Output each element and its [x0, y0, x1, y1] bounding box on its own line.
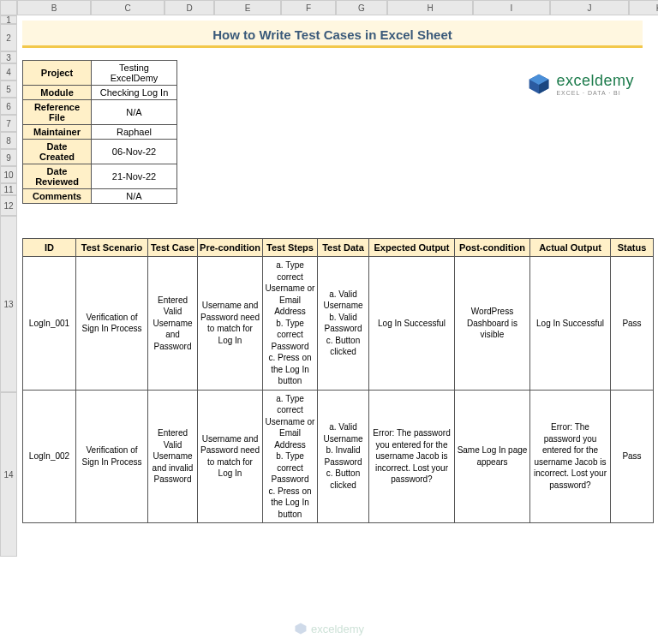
- row-header-11[interactable]: 11: [0, 183, 17, 195]
- row-header-5[interactable]: 5: [0, 80, 17, 98]
- row-header-8[interactable]: 8: [0, 132, 17, 149]
- table-row: LogIn_002Verification of Sign In Process…: [23, 390, 654, 523]
- meta-label: Project: [23, 61, 92, 86]
- meta-value[interactable]: 06-Nov-22: [92, 140, 177, 164]
- col-header-E[interactable]: E: [214, 0, 281, 15]
- th-pre-condition: Pre-condition: [198, 239, 263, 257]
- col-header-K[interactable]: K: [629, 0, 658, 15]
- meta-table: ProjectTesting ExcelDemyModuleChecking L…: [22, 60, 177, 204]
- logo-sub: EXCEL · DATA · BI: [556, 90, 634, 96]
- watermark: exceldemy: [294, 622, 364, 635]
- th-test-case: Test Case: [148, 239, 198, 257]
- col-header-F[interactable]: F: [281, 0, 336, 15]
- meta-label: Date Created: [23, 140, 92, 164]
- meta-label: Comments: [23, 189, 92, 204]
- col-header-H[interactable]: H: [387, 0, 473, 15]
- cell-scenario[interactable]: Verification of Sign In Process: [76, 257, 148, 391]
- cell-id[interactable]: LogIn_002: [23, 390, 76, 523]
- cell-expected[interactable]: Error: The password you entered for the …: [369, 390, 455, 523]
- th-test-data: Test Data: [318, 239, 369, 257]
- col-header-D[interactable]: D: [164, 0, 214, 15]
- logo-text: exceldemy: [556, 72, 634, 90]
- cell-data[interactable]: a. Valid Usernameb. Valid Passwordc. But…: [318, 257, 369, 391]
- cell-status[interactable]: Pass: [611, 390, 654, 523]
- meta-label: Date Reviewed: [23, 164, 92, 189]
- th-status: Status: [611, 239, 654, 257]
- col-header-J[interactable]: J: [550, 0, 629, 15]
- th-test-scenario: Test Scenario: [76, 239, 148, 257]
- row-header-12[interactable]: 12: [0, 195, 17, 216]
- row-header-9[interactable]: 9: [0, 149, 17, 166]
- col-header-I[interactable]: I: [473, 0, 550, 15]
- test-cases-table: IDTest ScenarioTest CasePre-conditionTes…: [22, 238, 654, 523]
- col-header-C[interactable]: C: [91, 0, 164, 15]
- cell-case[interactable]: Entered Valid Username and invalid Passw…: [148, 390, 198, 523]
- cell-actual[interactable]: Error: The password you entered for the …: [530, 390, 611, 523]
- cell-case[interactable]: Entered Valid Username and Password: [148, 257, 198, 391]
- th-post-condition: Post-condition: [455, 239, 530, 257]
- cell-steps[interactable]: a. Type correct Username or Email Addres…: [263, 390, 318, 523]
- meta-label: Maintainer: [23, 125, 92, 140]
- th-actual-output: Actual Output: [530, 239, 611, 257]
- cell-steps[interactable]: a. Type correct Username or Email Addres…: [263, 257, 318, 391]
- row-header-[interactable]: [0, 0, 17, 15]
- meta-value[interactable]: N/A: [92, 100, 177, 125]
- meta-value[interactable]: Raphael: [92, 125, 177, 140]
- cell-actual[interactable]: Log In Successful: [530, 257, 611, 391]
- meta-label: Module: [23, 86, 92, 100]
- cell-expected[interactable]: Log In Successful: [369, 257, 455, 391]
- th-id: ID: [23, 239, 76, 257]
- row-header-1[interactable]: 1: [0, 15, 17, 24]
- row-header-4[interactable]: 4: [0, 63, 17, 80]
- cell-scenario[interactable]: Verification of Sign In Process: [76, 390, 148, 523]
- row-header-3[interactable]: 3: [0, 51, 17, 63]
- cell-id[interactable]: LogIn_001: [23, 257, 76, 391]
- exceldemy-icon: [527, 72, 551, 96]
- col-header-B[interactable]: B: [17, 0, 91, 15]
- row-header-7[interactable]: 7: [0, 115, 17, 132]
- meta-label: Reference File: [23, 100, 92, 125]
- meta-value[interactable]: 21-Nov-22: [92, 164, 177, 189]
- cell-postcond[interactable]: Same Log In page appears: [455, 390, 530, 523]
- sheet-title: How to Write Test Cases in Excel Sheet: [22, 21, 643, 48]
- row-header-2[interactable]: 2: [0, 24, 17, 51]
- row-header-14[interactable]: 14: [0, 392, 17, 557]
- cell-precond[interactable]: Username and Password need to match for …: [198, 257, 263, 391]
- row-header-13[interactable]: 13: [0, 216, 17, 392]
- cell-postcond[interactable]: WordPress Dashboard is visible: [455, 257, 530, 391]
- cell-data[interactable]: a. Valid Usernameb. Invalid Passwordc. B…: [318, 390, 369, 523]
- th-test-steps: Test Steps: [263, 239, 318, 257]
- svg-marker-3: [295, 623, 306, 635]
- table-row: LogIn_001Verification of Sign In Process…: [23, 257, 654, 391]
- row-header-10[interactable]: 10: [0, 166, 17, 183]
- row-header-6[interactable]: 6: [0, 98, 17, 115]
- meta-value[interactable]: N/A: [92, 189, 177, 204]
- meta-value[interactable]: Checking Log In: [92, 86, 177, 100]
- col-header-G[interactable]: G: [336, 0, 387, 15]
- th-expected-output: Expected Output: [369, 239, 455, 257]
- meta-value[interactable]: Testing ExcelDemy: [92, 61, 177, 86]
- logo: exceldemy EXCEL · DATA · BI: [527, 72, 634, 96]
- cell-precond[interactable]: Username and Password need to match for …: [198, 390, 263, 523]
- cell-status[interactable]: Pass: [611, 257, 654, 391]
